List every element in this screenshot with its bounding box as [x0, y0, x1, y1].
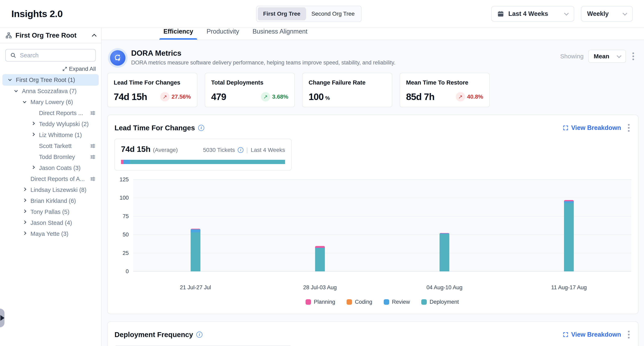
legend-label: Deployment: [430, 299, 459, 305]
x-axis-labels: 21 Jul-27 Jul28 Jul-03 Aug04 Aug-10 Aug1…: [133, 284, 631, 291]
info-icon[interactable]: i: [238, 147, 244, 153]
tree-item[interactable]: Scott Tarkett: [0, 140, 101, 151]
tree-item[interactable]: Maya Yette (3): [0, 228, 101, 239]
filter-sliders-icon[interactable]: [90, 176, 96, 182]
chevron-down-icon[interactable]: [13, 90, 19, 92]
phase-distribution-bar: [121, 160, 285, 164]
org-chart-icon: [5, 32, 12, 39]
tree-item-label: Tony Pallas (5): [30, 209, 70, 215]
lead-time-chart: 0255075100125: [114, 180, 631, 271]
stacked-bar-04-aug-10-aug[interactable]: [440, 233, 449, 271]
tree-item[interactable]: Teddy Wylupski (2): [0, 118, 101, 129]
org-toggle-option[interactable]: Second Org Tree: [306, 7, 360, 20]
filter-sliders-icon[interactable]: [90, 143, 96, 149]
tree-item[interactable]: Todd Bromley: [0, 151, 101, 162]
lead-time-kebab-menu[interactable]: [626, 122, 631, 133]
chevron-right-icon[interactable]: [22, 189, 28, 191]
bar-segment-deployment: [440, 234, 449, 271]
filter-sliders-icon[interactable]: [90, 154, 96, 160]
chevron-down-icon[interactable]: [22, 101, 28, 103]
deployment-kebab-menu[interactable]: [626, 329, 631, 340]
tab-business-alignment[interactable]: Business Alignment: [252, 28, 308, 40]
bar-segment-review: [191, 229, 200, 233]
summary-tickets: 5030 Tickets: [203, 147, 235, 153]
chevron-right-icon[interactable]: [30, 134, 36, 136]
tree-item-label: Jason Coats (3): [39, 165, 80, 171]
chevron-right-icon[interactable]: [22, 200, 28, 202]
legend-item-review[interactable]: Review: [384, 299, 410, 305]
metric-card-lead-time-for-changes[interactable]: Lead Time For Changes74d 15h↗27.56%: [107, 73, 197, 107]
legend-swatch: [421, 299, 427, 305]
date-range-value: Last 4 Weeks: [508, 10, 548, 18]
chevron-right-icon[interactable]: [22, 211, 28, 213]
metric-card-mean-time-to-restore[interactable]: Mean Time To Restore85d 7h↗40.8%: [400, 73, 490, 107]
tree-item[interactable]: Direct Reports of A...: [0, 174, 101, 184]
metric-title: Lead Time For Changes: [114, 79, 191, 86]
showing-label: Showing: [560, 53, 584, 60]
chevron-down-icon[interactable]: [7, 79, 13, 81]
summary-value: 74d 15h: [121, 145, 150, 154]
tabs-bar: EfficiencyProductivityBusiness Alignment: [102, 28, 644, 40]
tree-item[interactable]: Tony Pallas (5): [0, 206, 101, 217]
tab-productivity[interactable]: Productivity: [206, 28, 239, 40]
dora-title: DORA Metrics: [131, 49, 396, 58]
metric-card-change-failure-rate[interactable]: Change Failure Rate100%: [302, 73, 392, 107]
expand-all-label: Expand All: [69, 66, 96, 72]
expand-all-button[interactable]: Expand All: [0, 66, 96, 72]
legend-item-coding[interactable]: Coding: [346, 299, 372, 305]
tree-item[interactable]: Anna Scozzafava (7): [0, 86, 101, 97]
chevron-right-icon[interactable]: [30, 123, 36, 125]
chevron-right-icon[interactable]: [22, 233, 28, 234]
tree-item[interactable]: First Org Tree Root (1): [2, 74, 99, 86]
tab-efficiency[interactable]: Efficiency: [164, 28, 193, 40]
dora-kebab-menu[interactable]: [631, 51, 636, 62]
metric-title: Total Deployments: [211, 79, 288, 86]
tree-item[interactable]: Brian Kirkland (6): [0, 195, 101, 206]
sidebar-collapse-handle[interactable]: [0, 309, 4, 327]
metric-card-total-deployments[interactable]: Total Deployments479↗3.68%: [205, 73, 295, 107]
org-tree: First Org Tree Root (1)Anna Scozzafava (…: [0, 74, 101, 239]
tree-item[interactable]: Lindsay Liszewski (8): [0, 184, 101, 195]
tree-item[interactable]: Liz Whittome (1): [0, 129, 101, 140]
legend-label: Planning: [314, 299, 335, 305]
info-icon[interactable]: i: [196, 331, 202, 338]
tree-item[interactable]: Mary Lowery (6): [0, 97, 101, 108]
collapse-chevron-up-icon[interactable]: [92, 34, 97, 39]
chevron-right-icon[interactable]: [22, 222, 28, 223]
trend-badge: ↗27.56%: [160, 92, 191, 101]
dora-description: DORA metrics measure software delivery p…: [131, 60, 396, 66]
view-breakdown-label: View Breakdown: [571, 124, 621, 131]
chevron-right-icon[interactable]: [30, 167, 36, 168]
org-tree-sidebar: First Org Tree Root Expand All First Org…: [0, 28, 102, 346]
tree-item[interactable]: Direct Reports ...: [0, 108, 101, 118]
view-breakdown-button[interactable]: View Breakdown: [562, 331, 621, 338]
search-input[interactable]: [20, 52, 91, 59]
legend-label: Coding: [355, 299, 372, 305]
metric-title: Mean Time To Restore: [406, 79, 483, 86]
tree-item[interactable]: Jason Stead (4): [0, 217, 101, 228]
date-range-dropdown[interactable]: Last 4 Weeks: [491, 6, 574, 22]
delta-value: 27.56%: [172, 94, 191, 100]
org-toggle-option[interactable]: First Org Tree: [258, 7, 306, 20]
delta-value: 40.8%: [467, 94, 483, 100]
dora-cycle-icon: [110, 50, 126, 66]
sidebar-header[interactable]: First Org Tree Root: [0, 28, 101, 43]
granularity-dropdown[interactable]: Weekly: [581, 6, 633, 22]
bar-slot: [133, 180, 258, 271]
x-tick-label: 28 Jul-03 Aug: [258, 284, 382, 291]
tree-item[interactable]: Jason Coats (3): [0, 162, 101, 174]
stacked-bar-11-aug-17-aug[interactable]: [564, 200, 574, 271]
tree-search[interactable]: [5, 49, 96, 62]
y-tick-label: 125: [120, 177, 129, 183]
legend-item-planning[interactable]: Planning: [306, 299, 335, 305]
showing-dropdown[interactable]: Mean: [588, 50, 626, 63]
legend-item-deployment[interactable]: Deployment: [421, 299, 459, 305]
info-icon[interactable]: i: [198, 125, 204, 131]
main-area: EfficiencyProductivityBusiness Alignment…: [102, 28, 644, 346]
view-breakdown-button[interactable]: View Breakdown: [562, 124, 621, 131]
bar-slot: [382, 180, 507, 271]
stacked-bar-21-jul-27-jul[interactable]: [191, 229, 200, 271]
filter-sliders-icon[interactable]: [90, 110, 96, 116]
stacked-bar-28-jul-03-aug[interactable]: [315, 246, 325, 271]
trend-badge: ↗40.8%: [456, 92, 483, 101]
